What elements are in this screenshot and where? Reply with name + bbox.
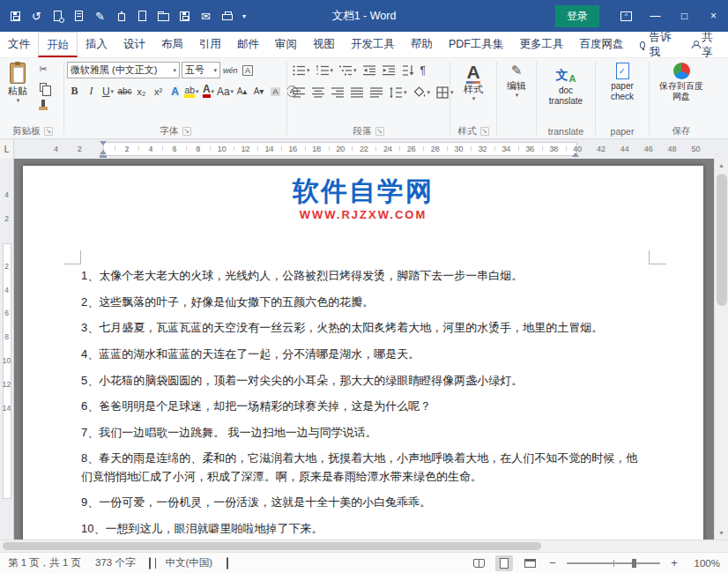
- font-color-button[interactable]: A▾: [201, 82, 216, 100]
- zoom-in-button[interactable]: +: [668, 556, 680, 569]
- copy-button[interactable]: [33, 78, 54, 95]
- document-page[interactable]: 软件自学网 WWW.RJZXW.COM 1、太像个老大老大的火球，光线灼人，公路…: [23, 166, 703, 540]
- ribbon-tab[interactable]: 开发工具: [343, 32, 403, 57]
- bold-button[interactable]: B: [67, 82, 82, 100]
- document-paragraph[interactable]: 3、七月盛夏，瓦蓝瓦蓝的天空没有一丝云彩，火热的太阳炙烤着大地，河里的水烫手，地…: [81, 319, 649, 337]
- horizontal-scrollbar[interactable]: [0, 540, 728, 552]
- ribbon-tab[interactable]: 视图: [305, 32, 343, 57]
- vertical-ruler[interactable]: 422468101214: [0, 159, 14, 540]
- ribbon-tab[interactable]: 设计: [115, 32, 153, 57]
- styles-dialog-launcher-icon[interactable]: ↘: [480, 127, 489, 136]
- character-shading-button[interactable]: A: [268, 82, 283, 100]
- new-document-icon[interactable]: [132, 4, 152, 27]
- align-center-button[interactable]: [309, 83, 327, 101]
- document-paragraph[interactable]: 7、我们一边唱歌一边跳舞。 我一边扫地一边与同学说话。: [81, 424, 649, 442]
- vertical-scroll-thumb[interactable]: [717, 174, 727, 306]
- first-line-indent-marker[interactable]: [100, 141, 107, 145]
- document-paragraph[interactable]: 2、这些飘落的叶子，好像是仙女撒下的五颜六色的花瓣。: [81, 294, 649, 311]
- change-case-button[interactable]: Aa▾: [218, 82, 233, 100]
- save-as-icon[interactable]: [175, 4, 195, 27]
- share-button[interactable]: 共享: [681, 32, 728, 57]
- language-status[interactable]: 中文(中国): [165, 556, 212, 569]
- horizontal-ruler[interactable]: 4224681012141618202224262830323436384042…: [14, 139, 728, 159]
- sort-button[interactable]: [399, 61, 417, 79]
- ribbon-tab[interactable]: 插入: [78, 32, 115, 57]
- input-mode-status[interactable]: [227, 558, 228, 569]
- paper-check-button[interactable]: ✓ paper check: [598, 61, 646, 124]
- document-paragraph[interactable]: 1、太像个老大老大的火球，光线灼人，公路被烈日烤得发烫，脚踏下去一步一串白烟。: [81, 267, 649, 285]
- document-paragraph[interactable]: 6、爸爸明明是个足球迷，却把一场精彩的球赛关掉，这是为什么呢？: [81, 398, 649, 415]
- clipboard-dialog-launcher-icon[interactable]: ↘: [44, 127, 53, 136]
- ribbon-tab[interactable]: 百度网盘: [572, 32, 632, 57]
- minimize-button[interactable]: —: [641, 0, 670, 32]
- ribbon-tab[interactable]: 引用: [191, 32, 229, 57]
- paste-button[interactable]: 粘贴 ▾: [4, 61, 31, 124]
- numbering-button[interactable]: ▾: [314, 61, 336, 79]
- font-size-select[interactable]: 五号 ▾: [182, 62, 220, 78]
- ribbon-tab[interactable]: 邮件: [229, 32, 267, 57]
- scroll-up-icon[interactable]: ▲: [715, 159, 728, 172]
- ribbon-tab[interactable]: 布局: [153, 32, 191, 57]
- distribute-text-button[interactable]: [368, 83, 385, 101]
- scroll-down-icon[interactable]: ▼: [715, 526, 728, 540]
- character-border-button[interactable]: A: [241, 61, 256, 79]
- shading-button[interactable]: ▾: [411, 83, 433, 101]
- ribbon-tab[interactable]: PDF工具集: [441, 32, 512, 57]
- open-folder-icon[interactable]: [153, 4, 174, 27]
- print-preview-icon[interactable]: [48, 4, 68, 27]
- customize-quick-access-chevron-icon[interactable]: ▾: [238, 4, 250, 27]
- ribbon-display-options-icon[interactable]: ^: [612, 0, 641, 32]
- ribbon-tab[interactable]: 更多工具: [512, 32, 572, 57]
- highlight-color-button[interactable]: ab▾: [184, 82, 199, 100]
- zoom-slider[interactable]: [567, 562, 660, 564]
- decrease-indent-button[interactable]: [360, 61, 378, 79]
- zoom-level[interactable]: 100%: [688, 558, 720, 569]
- ink-tool-icon[interactable]: [111, 4, 131, 27]
- save-to-baidu-netdisk-button[interactable]: 保存到百度网盘: [652, 61, 710, 124]
- read-mode-button[interactable]: [470, 555, 487, 571]
- vertical-scrollbar[interactable]: ▲ ▼: [714, 159, 728, 540]
- subscript-button[interactable]: x₂: [134, 82, 149, 100]
- hanging-indent-marker[interactable]: [100, 150, 107, 154]
- document-paragraph[interactable]: 5、小花猫的脑袋圆圆的，顶着一对尖尖的小耳朵，那大大的绿眼睛瞪得像两盏小绿灯。: [81, 372, 649, 390]
- format-painter-button[interactable]: [33, 96, 54, 113]
- text-effects-button[interactable]: A: [167, 82, 182, 100]
- tab-file[interactable]: 文件: [0, 32, 38, 57]
- tell-me-button[interactable]: 告诉我: [632, 32, 681, 57]
- line-spacing-button[interactable]: ▾: [387, 83, 409, 101]
- strikethrough-button[interactable]: abc: [117, 82, 132, 100]
- save-icon[interactable]: [5, 4, 26, 27]
- grow-font-button[interactable]: A▴: [234, 82, 249, 100]
- align-right-button[interactable]: [329, 83, 346, 101]
- spell-check-status[interactable]: [149, 558, 151, 569]
- font-dialog-launcher-icon[interactable]: ↘: [182, 127, 191, 136]
- left-indent-marker[interactable]: [100, 155, 107, 158]
- login-button[interactable]: 登录: [555, 5, 599, 27]
- paragraph-dialog-launcher-icon[interactable]: ↘: [375, 127, 384, 136]
- document-check-icon[interactable]: [69, 4, 89, 27]
- document-paragraph[interactable]: 10、一想到这儿，眼泪就噼里啪啦地掉了下来。: [81, 520, 649, 538]
- ribbon-tab[interactable]: 帮助: [403, 32, 441, 57]
- web-layout-button[interactable]: [521, 555, 539, 571]
- tab-stop-selector[interactable]: L: [0, 139, 14, 159]
- font-name-select[interactable]: 微软雅黑 (中文正文) ▾: [67, 62, 180, 78]
- align-left-button[interactable]: [290, 83, 308, 101]
- word-count-status[interactable]: 373 个字: [95, 556, 135, 569]
- justify-button[interactable]: [348, 83, 366, 101]
- zoom-slider-thumb[interactable]: [632, 559, 636, 568]
- italic-button[interactable]: I: [84, 82, 99, 100]
- multilevel-list-button[interactable]: ▾: [337, 61, 359, 79]
- underline-button[interactable]: U▾: [100, 82, 115, 100]
- pinyin-guide-button[interactable]: wén: [222, 61, 239, 79]
- ribbon-tab[interactable]: 审阅: [267, 32, 305, 57]
- cut-button[interactable]: ✂: [33, 61, 54, 78]
- email-icon[interactable]: ✉: [196, 4, 216, 27]
- page-number-status[interactable]: 第 1 页，共 1 页: [8, 556, 81, 569]
- increase-indent-button[interactable]: [380, 61, 397, 79]
- document-paragraph[interactable]: 4、蓝蓝的湖水和蓝蓝的天连在了一起，分不清哪是湖水，哪是天。: [81, 346, 649, 363]
- document-paragraph[interactable]: 8、春天的雨是连绵的、柔和的，它滋润着大地，抚摸着大地，小声地呼唤着大地，在人们…: [81, 450, 649, 485]
- show-formatting-marks-button[interactable]: ¶: [419, 61, 427, 79]
- maximize-button[interactable]: □: [670, 0, 699, 32]
- print-icon[interactable]: [217, 4, 237, 27]
- superscript-button[interactable]: x²: [151, 82, 166, 100]
